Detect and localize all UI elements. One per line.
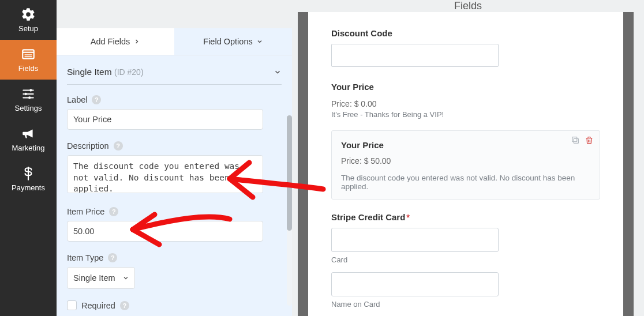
scrollbar[interactable]: [287, 115, 292, 306]
tab-add-fields[interactable]: Add Fields: [57, 28, 174, 55]
help-icon[interactable]: ?: [108, 253, 117, 262]
discount-code-label: Discount Code: [331, 28, 600, 38]
tab-label: Add Fields: [91, 37, 130, 46]
your-price-label: Your Price: [331, 82, 600, 92]
preview-price-selected-block[interactable]: Your Price Price: $ 50.00 The discount c…: [331, 130, 600, 199]
help-icon[interactable]: ?: [109, 207, 118, 216]
description-label: Description: [67, 141, 109, 151]
svg-point-5: [25, 93, 27, 95]
help-icon[interactable]: ?: [114, 141, 123, 151]
section-id: (ID #20): [114, 67, 144, 77]
card-sub: Card: [331, 255, 600, 264]
price-free-sub: It's Free - Thanks for Being a VIP!: [331, 110, 600, 119]
preview-gutter-left: [298, 12, 308, 316]
chevron-down-icon: [256, 38, 263, 45]
required-checkbox[interactable]: [67, 300, 77, 310]
nav-item-label: Marketing: [12, 144, 44, 152]
field-sidebar: Add Fields Field Options Single Item (ID…: [57, 0, 292, 316]
discount-code-input[interactable]: [331, 44, 499, 67]
nav-item-label: Settings: [15, 104, 42, 112]
preview-gutter-right: [623, 12, 634, 316]
chevron-right-icon: [133, 38, 140, 45]
section-title: Single Item: [67, 67, 112, 77]
invalid-desc: The discount code you entered was not va…: [341, 174, 590, 191]
list-icon: [21, 47, 36, 62]
item-type-select[interactable]: Single Item: [67, 267, 135, 289]
nav-item-settings[interactable]: Settings: [0, 80, 57, 119]
gear-icon: [21, 7, 36, 22]
nav-item-setup[interactable]: Setup: [0, 0, 57, 40]
item-type-label: Item Type: [67, 253, 103, 262]
required-star-icon: *: [406, 212, 410, 222]
nav-item-marketing[interactable]: Marketing: [0, 119, 57, 159]
preview-stripe-block[interactable]: Stripe Credit Card* Card Name on Card: [331, 212, 600, 309]
item-price-label: Item Price: [67, 207, 104, 216]
name-on-card-sub: Name on Card: [331, 300, 600, 309]
chevron-down-icon: [274, 68, 282, 76]
preview-discount-block[interactable]: Discount Code: [331, 28, 600, 67]
item-price-input[interactable]: [67, 221, 263, 242]
dollar-icon: [21, 166, 36, 181]
duplicate-icon[interactable]: [571, 136, 580, 145]
preview-price-free-block[interactable]: Your Price Price: $ 0.00 It's Free - Tha…: [331, 82, 600, 119]
nav-item-payments[interactable]: Payments: [0, 159, 57, 199]
help-icon[interactable]: ?: [92, 95, 101, 104]
nav-item-fields[interactable]: Fields: [0, 40, 57, 80]
name-on-card-input[interactable]: [331, 272, 499, 296]
card-input[interactable]: [331, 228, 499, 252]
preview-header: Fields: [292, 0, 644, 12]
label-label: Label: [67, 95, 87, 104]
sliders-icon: [21, 86, 36, 101]
preview-column: Fields Discount Code Your Price Price: $…: [292, 0, 644, 316]
help-icon[interactable]: ?: [120, 301, 129, 310]
your-price-label: Your Price: [341, 140, 590, 150]
description-textarea[interactable]: The discount code you entered was not va…: [67, 155, 263, 193]
svg-rect-8: [572, 137, 577, 142]
required-label: Required: [81, 301, 115, 310]
sidebar-tabs: Add Fields Field Options: [57, 28, 292, 55]
tab-field-options[interactable]: Field Options: [174, 28, 292, 55]
section-header[interactable]: Single Item (ID #20): [67, 63, 282, 85]
nav-item-label: Payments: [12, 183, 45, 192]
label-input[interactable]: [67, 109, 263, 130]
stripe-label: Stripe Credit Card*: [331, 212, 600, 222]
svg-point-6: [28, 96, 31, 99]
nav-item-label: Fields: [18, 64, 39, 73]
scrollbar-thumb[interactable]: [287, 115, 292, 231]
left-nav: Setup Fields Settings Marketing Payments: [0, 0, 57, 316]
svg-point-4: [29, 89, 32, 91]
tab-label: Field Options: [203, 37, 252, 46]
svg-rect-7: [574, 139, 578, 144]
trash-icon[interactable]: [585, 136, 594, 145]
price-50-line: Price: $ 50.00: [341, 155, 590, 167]
svg-rect-0: [23, 50, 34, 58]
nav-item-label: Setup: [18, 24, 38, 33]
price-free-line: Price: $ 0.00: [331, 97, 600, 110]
megaphone-icon: [21, 126, 36, 141]
